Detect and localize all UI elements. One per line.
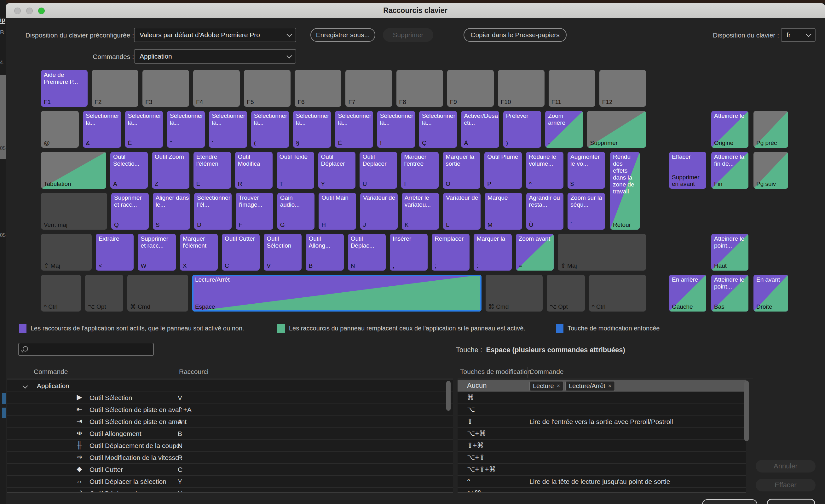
key-f2[interactable]: F2 (92, 70, 138, 107)
key--[interactable]: Zoom arrière- (545, 111, 583, 148)
key-f10[interactable]: F10 (498, 70, 544, 107)
key--[interactable]: Sélectionner la...' (209, 111, 247, 148)
key--[interactable]: Sélectionner la...& (83, 111, 121, 148)
key-supprimer[interactable]: Supprimer (587, 111, 646, 148)
modifier-row[interactable]: ⌥ (458, 404, 746, 416)
modifier-row[interactable]: ⇧Lire de l'entrée vers la sortie avec Pr… (458, 416, 746, 428)
commands-select[interactable]: Application (134, 49, 296, 64)
shortcut-value[interactable]: C (178, 466, 182, 474)
key--cmd[interactable]: ⌘ Cmd (485, 275, 543, 312)
layout-select[interactable]: fr (781, 28, 816, 42)
key--[interactable]: Extraire< (96, 234, 134, 271)
modifier-row[interactable]: ⇧+⌘ (458, 440, 746, 452)
key-tabulation[interactable]: Tabulation (41, 152, 106, 189)
key-o[interactable]: Marquer la sortieO (443, 152, 480, 189)
key-haut[interactable]: Atteindre le point...Haut (711, 234, 748, 271)
preset-select[interactable]: Valeurs par défaut d'Adobe Premiere Pro (134, 28, 296, 42)
key-retour[interactable]: Rendu des effets dans la zone de travail… (610, 152, 640, 230)
key-verr-maj[interactable]: Verr. maj (41, 193, 107, 230)
key-droite[interactable]: En avantDroite (753, 275, 788, 312)
key-f12[interactable]: F12 (599, 70, 646, 107)
modifier-row[interactable]: AucunLecture×Lecture/Arrêt× (458, 380, 746, 392)
modifier-row[interactable]: ⌥+⌘ (458, 428, 746, 440)
shortcut-value[interactable]: ⇧+A (178, 406, 192, 414)
key-q[interactable]: Supprimer et racc...Q (111, 193, 149, 230)
key-z[interactable]: Outil ZoomZ (152, 152, 190, 189)
key-r[interactable]: Outil ModificaR (235, 152, 273, 189)
key-f4[interactable]: F4 (193, 70, 240, 107)
key-x[interactable]: Marquer l'élémentX (180, 234, 218, 271)
key-g[interactable]: Gain audio...G (277, 193, 315, 230)
remove-chip-icon[interactable]: × (557, 383, 560, 389)
key-f7[interactable]: F7 (346, 70, 392, 107)
key-a[interactable]: Outil Sélectio...A (110, 152, 148, 189)
delete-preset-button[interactable]: Supprimer (383, 28, 433, 42)
modifier-row[interactable]: ^+⌘ (458, 488, 746, 493)
key--maj[interactable]: ⇧ Maj (41, 234, 92, 271)
key--[interactable]: Marquer la: (474, 234, 512, 271)
key-pg-suiv[interactable]: Pg suiv (753, 152, 788, 189)
key--[interactable]: Sélectionner la...Ç (419, 111, 457, 148)
key-espace[interactable]: Lecture/ArrêtEspace (192, 275, 481, 312)
key-f9[interactable]: F9 (447, 70, 494, 107)
key--[interactable]: Sélectionner la...( (251, 111, 289, 148)
clear-button[interactable]: Effacer (756, 479, 816, 491)
key-supprimer-en-avant[interactable]: EffacerSupprimer en avant (669, 152, 706, 189)
key-f5[interactable]: F5 (244, 70, 291, 107)
key-b[interactable]: Outil Allong...B (306, 234, 344, 271)
key-fin[interactable]: Atteindre la fin de...Fin (711, 152, 748, 189)
key--maj[interactable]: ⇧ Maj (558, 234, 646, 271)
table-row[interactable]: ▶Outil SélectionV (7, 392, 453, 404)
key--[interactable]: Remplacer; (432, 234, 469, 271)
shortcut-value[interactable]: V (178, 394, 182, 402)
key-v[interactable]: Outil SélectionV (264, 234, 302, 271)
key-f6[interactable]: F6 (295, 70, 341, 107)
key--ctrl[interactable]: ^ Ctrl (589, 275, 646, 312)
column-header-commande[interactable]: Commande (34, 368, 68, 375)
key-k[interactable]: Arrêter le variateu...K (402, 193, 439, 230)
ok-dialog-button-partial[interactable] (767, 499, 815, 504)
table-row[interactable]: ↔Outil Déplacer la sélectionY (7, 476, 453, 488)
shortcut-value[interactable]: A (178, 418, 182, 426)
key--[interactable]: Sélectionner la...È (335, 111, 373, 148)
command-chip[interactable]: Lecture/Arrêt× (565, 381, 615, 391)
shortcut-value[interactable]: N (178, 442, 182, 449)
key-f11[interactable]: F11 (549, 70, 595, 107)
key--opt[interactable]: ⌥ Opt (547, 275, 585, 312)
key-j[interactable]: Variateur deJ (360, 193, 398, 230)
column-header-command[interactable]: Commande (529, 368, 564, 375)
key--opt[interactable]: ⌥ Opt (85, 275, 123, 312)
key--[interactable]: Sélectionner la...É (125, 111, 163, 148)
modifier-row[interactable]: ^Lire de la tête de lecture jusqu'au poi… (458, 476, 746, 488)
key-w[interactable]: Supprimer et racc...W (138, 234, 175, 271)
shortcut-value[interactable]: B (178, 430, 182, 437)
dialog-titlebar[interactable]: Raccourcis clavier (6, 3, 825, 18)
key-n[interactable]: Outil Déplac...N (348, 234, 386, 271)
table-row[interactable]: ⇝Outil Modification de la vitesseR (7, 452, 453, 464)
cancel-dialog-button-partial[interactable] (702, 499, 757, 504)
key-e[interactable]: Etendre l'élémenE (194, 152, 231, 189)
modifier-row[interactable]: ⌥+⇧+⌘ (458, 464, 746, 476)
key--[interactable]: Activer/Désacti...À (461, 111, 499, 148)
key-y[interactable]: Outil DéplacerY (318, 152, 356, 189)
shortcut-value[interactable]: R (178, 454, 182, 461)
modifier-table-scrollbar[interactable] (744, 381, 749, 441)
key--ctrl[interactable]: ^ Ctrl (41, 275, 81, 312)
table-row[interactable]: ◆Outil CutterC (7, 464, 453, 476)
key-i[interactable]: Marquer l'entréeI (401, 152, 439, 189)
key--[interactable]: Insérer, (390, 234, 428, 271)
key-l[interactable]: Variateur deL (443, 193, 480, 230)
key-t[interactable]: Outil TexteT (277, 152, 314, 189)
table-group-row[interactable]: Application (7, 380, 453, 392)
search-input[interactable] (18, 343, 154, 356)
command-table-scrollbar[interactable] (446, 381, 451, 411)
column-header-modifiers[interactable]: Touches de modification (460, 368, 531, 375)
key--[interactable]: Sélectionner la..." (167, 111, 205, 148)
shortcut-value[interactable]: U (178, 490, 182, 493)
command-chip[interactable]: Lecture× (529, 381, 564, 391)
key-c[interactable]: Outil CutterC (222, 234, 260, 271)
key--[interactable]: Agrandir ou resta...Ù (526, 193, 564, 230)
table-row[interactable]: ⇹Outil AllongementB (7, 428, 453, 440)
key-f[interactable]: Trouver l'image...F (236, 193, 273, 230)
modifier-row[interactable]: ⌥+⇧ (458, 452, 746, 464)
